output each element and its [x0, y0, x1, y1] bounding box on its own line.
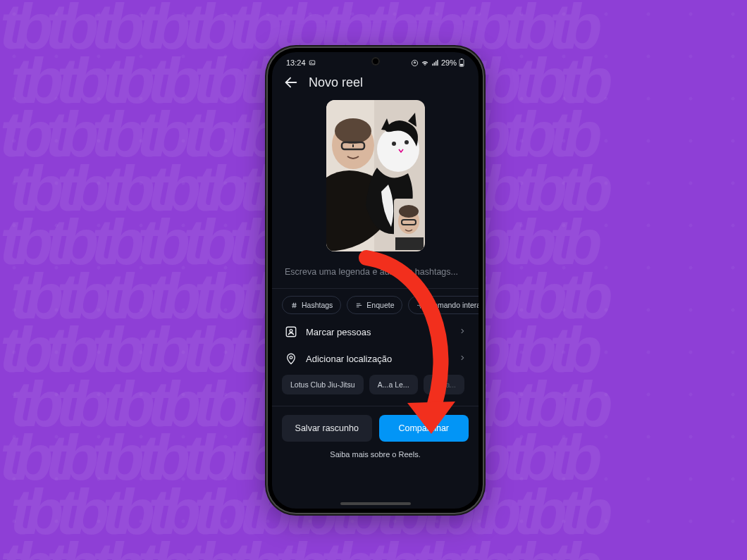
- nav-handle[interactable]: [340, 502, 411, 505]
- location-chip[interactable]: A...a Le...: [369, 375, 418, 394]
- location-chip[interactable]: Lotus Club Jiu-Jitsu: [282, 375, 364, 394]
- caption-input[interactable]: Escreva uma legenda e adicione hashtags.…: [272, 260, 479, 289]
- svg-rect-5: [436, 61, 436, 65]
- sparkle-icon: [416, 301, 424, 309]
- svg-point-34: [290, 330, 292, 332]
- back-arrow-icon[interactable]: [283, 75, 299, 90]
- svg-point-35: [290, 356, 292, 359]
- learn-more-link[interactable]: Saiba mais sobre o Reels.: [272, 446, 479, 470]
- reel-preview[interactable]: [326, 100, 425, 251]
- chip-hashtags[interactable]: Hashtags: [282, 296, 341, 314]
- reel-preview-container: [272, 97, 479, 260]
- chevron-right-icon: [459, 326, 466, 338]
- svg-point-32: [420, 304, 422, 306]
- camera-hole: [371, 57, 380, 66]
- svg-rect-9: [460, 64, 463, 66]
- status-battery-text: 29%: [441, 58, 457, 67]
- svg-point-18: [392, 142, 396, 146]
- chip-interactive[interactable]: Comando interativo: [408, 296, 479, 314]
- header: Novo reel: [272, 70, 479, 97]
- row-tag-people-label: Marcar pessoas: [306, 327, 450, 337]
- chevron-right-icon: [459, 353, 466, 365]
- wifi-icon: [421, 58, 429, 67]
- svg-point-22: [399, 205, 419, 218]
- option-chips-row: Hashtags Enquete Comando interativo: [272, 289, 479, 318]
- svg-rect-24: [395, 237, 424, 250]
- row-tag-people[interactable]: Marcar pessoas: [272, 318, 479, 345]
- battery-icon: [459, 58, 464, 67]
- location-chip[interactable]: Tatua...: [424, 375, 464, 394]
- svg-line-28: [295, 302, 295, 307]
- share-button[interactable]: Compartilhar: [379, 415, 469, 442]
- location-suggestions: Lotus Club Jiu-Jitsu A...a Le... Tatua..…: [272, 372, 479, 404]
- svg-rect-4: [434, 62, 435, 66]
- actions-row: Salvar rascunho Compartilhar: [272, 408, 479, 446]
- svg-point-19: [405, 140, 409, 144]
- page-title: Novo reel: [309, 75, 363, 90]
- app-screen: 13:24 29%: [272, 52, 479, 509]
- tag-people-icon: [285, 325, 297, 338]
- hashtag-icon: [290, 301, 298, 309]
- row-add-location-label: Adicionar localização: [306, 354, 450, 364]
- svg-line-27: [293, 302, 294, 307]
- row-add-location[interactable]: Adicionar localização: [272, 345, 479, 372]
- location-icon: [285, 352, 297, 365]
- chip-poll-label: Enquete: [366, 301, 394, 309]
- chip-interactive-label: Comando interativo: [428, 301, 479, 309]
- svg-rect-8: [461, 58, 462, 59]
- svg-rect-3: [432, 63, 433, 66]
- save-draft-button[interactable]: Salvar rascunho: [282, 415, 372, 442]
- svg-rect-6: [437, 59, 438, 65]
- svg-point-14: [335, 118, 371, 144]
- chip-poll[interactable]: Enquete: [347, 296, 402, 314]
- phone-frame: 13:24 29%: [268, 48, 483, 513]
- image-sync-icon: [309, 59, 316, 66]
- signal-icon: [431, 59, 439, 67]
- status-time: 13:24: [286, 58, 306, 67]
- poll-icon: [355, 301, 363, 309]
- chip-hashtags-label: Hashtags: [302, 301, 333, 309]
- cast-icon: [411, 59, 419, 67]
- divider: [272, 406, 479, 406]
